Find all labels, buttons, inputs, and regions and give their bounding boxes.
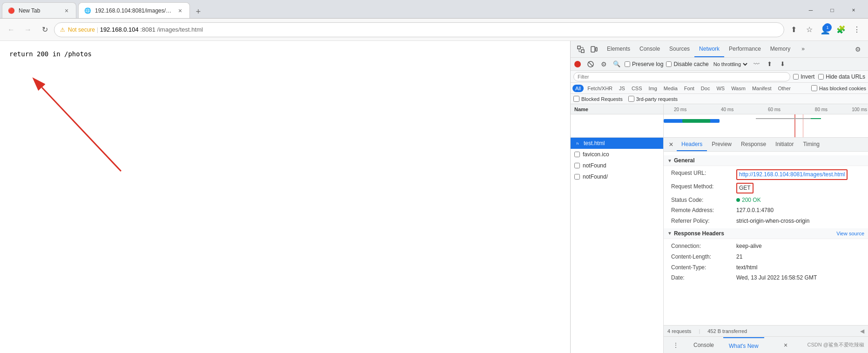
tab-network[interactable]: Network <box>694 41 724 57</box>
hide-data-urls-checkbox[interactable]: Hide data URLs <box>818 73 865 80</box>
filter-icon[interactable]: ⚙ <box>599 59 609 69</box>
filter-css[interactable]: CSS <box>629 85 645 92</box>
filter-manifest[interactable]: Manifest <box>749 85 774 92</box>
security-label: Not secure <box>68 27 95 33</box>
filter-input[interactable] <box>573 72 790 81</box>
filter-img[interactable]: Img <box>646 85 660 92</box>
filter-media[interactable]: Media <box>661 85 680 92</box>
console-menu-icon[interactable]: ⋮ <box>667 337 684 353</box>
address-input[interactable]: ⚠ Not secure | 192.168.0.104 :8081 /imag… <box>54 22 784 37</box>
devtools-toolbar: Elements Console Sources Network Perform… <box>571 41 868 58</box>
detail-tab-preview[interactable]: Preview <box>707 138 736 151</box>
request-checkbox-notfound[interactable] <box>574 163 580 168</box>
filter-font[interactable]: Font <box>681 85 697 92</box>
third-party-checkbox[interactable]: 3rd-party requests <box>628 96 678 102</box>
tab-active[interactable]: 🌐 192.168.0.104:8081/images/te... × <box>78 2 190 18</box>
content-length-key: Content-Length: <box>671 253 736 261</box>
wifi-icon[interactable]: 〰 <box>752 59 762 69</box>
tab1-close[interactable]: × <box>63 7 70 14</box>
tab-elements[interactable]: Elements <box>602 41 635 57</box>
has-blocked-cookies-checkbox[interactable] <box>811 85 817 91</box>
request-url-val: http://192.168.0.104:8081/images/test.ht… <box>736 169 848 180</box>
back-button[interactable]: ← <box>4 22 19 37</box>
tab-console[interactable]: Console <box>635 41 665 57</box>
name-column-header: Name <box>571 104 664 114</box>
settings-icon[interactable]: ⚙ <box>851 43 864 56</box>
request-checkbox-notfound-slash[interactable] <box>574 174 580 180</box>
tab-bar: 🔴 New Tab × 🌐 192.168.0.104:8081/images/… <box>0 0 868 19</box>
preserve-log-checkbox[interactable]: Preserve log <box>625 61 663 67</box>
console-close-button[interactable]: × <box>780 340 791 351</box>
status-code-val: 200 OK <box>736 196 761 204</box>
tab2-close[interactable]: × <box>176 7 184 14</box>
whats-new-tab[interactable]: What's New <box>723 337 764 353</box>
filter-doc[interactable]: Doc <box>698 85 713 92</box>
request-method-val: GET <box>736 183 754 193</box>
refresh-button[interactable]: ↻ <box>37 22 52 37</box>
tab-memory[interactable]: Memory <box>766 41 795 57</box>
request-item-test-html[interactable]: h test.html <box>571 138 663 149</box>
detail-tab-headers[interactable]: Headers <box>677 138 707 151</box>
browser-window: 🔴 New Tab × 🌐 192.168.0.104:8081/images/… <box>0 0 868 353</box>
remote-address-row: Remote Address: 127.0.0.1:4780 <box>671 205 861 216</box>
scroll-handle[interactable]: ◀ <box>860 328 864 334</box>
throttle-select[interactable]: No throttling <box>712 61 749 67</box>
remote-address-val: 127.0.0.1:4780 <box>736 206 774 214</box>
main-content: return 200 in /photos <box>0 41 868 353</box>
status-code-row: Status Code: 200 OK <box>671 195 861 206</box>
date-val: Wed, 13 Jul 2022 16:58:52 GMT <box>736 274 817 282</box>
filter-ws[interactable]: WS <box>713 85 727 92</box>
console-tab[interactable]: Console <box>688 337 720 353</box>
profile-icon[interactable]: 👤 1 <box>818 22 833 37</box>
response-headers-section-header[interactable]: ▼ Response Headers View source <box>664 228 868 239</box>
console-bar: ⋮ Console What's New × CSDN @鲨鱼不爱吃辣椒 <box>664 336 868 353</box>
request-checkbox-favicon[interactable] <box>574 152 580 157</box>
devtools-more-tabs[interactable]: » <box>797 41 809 57</box>
detail-tab-response[interactable]: Response <box>736 138 771 151</box>
timeline-ruler: 20 ms 40 ms 60 ms 80 ms 100 ms <box>664 104 868 114</box>
close-details-button[interactable]: × <box>666 139 677 150</box>
clear-button[interactable] <box>585 59 596 69</box>
forward-button[interactable]: → <box>20 22 35 37</box>
request-item-notfound[interactable]: notFound <box>571 160 663 171</box>
download-icon[interactable]: ⬇ <box>778 59 788 69</box>
tab-new-tab[interactable]: 🔴 New Tab × <box>2 2 76 18</box>
record-button[interactable] <box>572 59 583 69</box>
remote-address-key: Remote Address: <box>671 206 736 214</box>
extension-icon[interactable]: 🧩 <box>834 22 848 37</box>
share-icon[interactable]: ⬆ <box>786 22 801 37</box>
request-item-notfound-slash[interactable]: notFound/ <box>571 171 663 182</box>
blocked-requests-checkbox[interactable]: Blocked Requests <box>573 96 623 102</box>
maximize-button[interactable]: □ <box>821 2 843 18</box>
filter-wasm[interactable]: Wasm <box>728 85 748 92</box>
filter-all[interactable]: All <box>572 85 584 92</box>
request-url-row: Request URL: http://192.168.0.104:8081/i… <box>671 168 861 181</box>
svg-rect-4 <box>591 47 595 52</box>
request-item-favicon[interactable]: favicon.ico <box>571 149 663 160</box>
svg-rect-5 <box>596 47 597 51</box>
transferred-amount: 452 B transferred <box>707 328 747 334</box>
menu-icon[interactable]: ⋮ <box>849 22 864 37</box>
filter-fetch-xhr[interactable]: Fetch/XHR <box>585 85 615 92</box>
inspect-icon[interactable] <box>574 43 587 56</box>
new-tab-button[interactable]: + <box>192 5 205 18</box>
status-code-key: Status Code: <box>671 196 736 204</box>
general-section-header[interactable]: ▼ General <box>664 155 868 166</box>
network-split: h test.html favicon.ico notFound <box>571 138 868 353</box>
view-source-link[interactable]: View source <box>836 231 864 236</box>
filter-other[interactable]: Other <box>775 85 794 92</box>
invert-checkbox[interactable]: Invert <box>793 73 814 80</box>
detail-tab-initiator[interactable]: Initiator <box>771 138 798 151</box>
minimize-button[interactable]: ─ <box>800 2 821 18</box>
disable-cache-checkbox[interactable]: Disable cache <box>666 61 708 67</box>
filter-js[interactable]: JS <box>616 85 628 92</box>
tab-sources[interactable]: Sources <box>665 41 694 57</box>
detail-tab-timing[interactable]: Timing <box>798 138 824 151</box>
upload-icon[interactable]: ⬆ <box>765 59 775 69</box>
tab-performance[interactable]: Performance <box>724 41 766 57</box>
bookmark-icon[interactable]: ☆ <box>802 22 817 37</box>
device-icon[interactable] <box>587 43 600 56</box>
svg-line-1 <box>42 87 121 171</box>
close-button[interactable]: × <box>843 2 864 18</box>
search-network-icon[interactable]: 🔍 <box>612 59 622 69</box>
